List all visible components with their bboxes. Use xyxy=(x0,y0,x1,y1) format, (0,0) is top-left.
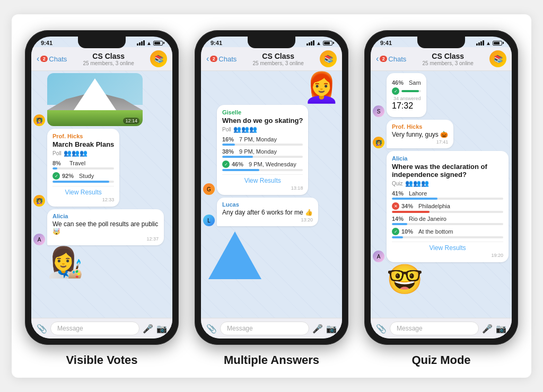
poll-option-9pm-wed[interactable]: ✓ 46% 9 PM, Wednesday xyxy=(222,161,303,171)
image-time: 12:14 xyxy=(123,118,139,124)
bubble-alicia: Alicia We can see the poll results are p… xyxy=(47,209,164,245)
image-bubble: 12:14 xyxy=(47,73,143,126)
screen-content-1: 9:41 ▲ xyxy=(31,37,172,338)
view-results-1[interactable]: View Results xyxy=(52,186,114,196)
phone-visible-votes: 9:41 ▲ xyxy=(25,30,179,345)
phone-screen-2: 9:41 ▲ xyxy=(201,37,342,338)
poll-option-7pm[interactable]: 16% 7 PM, Monday xyxy=(222,136,303,146)
x-icon-philly: ✕ xyxy=(392,202,399,210)
text-lucas: Any day after 6 works for me 👍 xyxy=(222,209,313,216)
phone-screen-3: 9:41 ▲ xyxy=(371,37,512,338)
quiz-inner: Alicia Where was the declaration of inde… xyxy=(392,155,503,258)
back-button-2[interactable]: ‹ 2 Chats xyxy=(206,54,237,64)
view-results-3[interactable]: View Results xyxy=(392,242,503,252)
audio-icon-1[interactable]: 🎤 xyxy=(143,324,153,334)
group-avatar-2[interactable]: 📚 xyxy=(320,50,337,67)
quiz-option-bottom-label: ✓ 10% At the bottom xyxy=(392,228,503,235)
quiz-option-philly[interactable]: ✕ 34% Philadelphia xyxy=(392,202,503,213)
check-icon-study: ✓ xyxy=(52,172,60,180)
input-bar-3: 📎 Message 🎤 📷 xyxy=(371,318,512,338)
poll-bar-9pm-wed-track xyxy=(222,169,303,171)
quiz-title: Where was the declaration of independenc… xyxy=(392,163,503,179)
poll-inner-2: Giselle When do we go skating? Poll 👥👥👥 xyxy=(222,109,303,191)
result-time: 17:32 xyxy=(392,101,421,111)
time-3: 9:41 xyxy=(380,40,392,46)
avatar-result: S xyxy=(373,105,384,117)
poll-bubble-1[interactable]: Prof. Hicks March Break Plans Poll 👥👥👥 xyxy=(47,129,119,207)
header-title-2: CS Class 25 members, 3 online xyxy=(240,52,317,66)
quiz-bubble[interactable]: Alicia Where was the declaration of inde… xyxy=(387,151,509,262)
poll-bar-7pm-fill xyxy=(222,144,235,146)
attachment-icon-1[interactable]: 📎 xyxy=(37,324,47,334)
view-results-2[interactable]: View Results xyxy=(222,174,303,184)
poll-result-bubble[interactable]: 46% Sam ✓ 34 answere xyxy=(387,73,426,117)
time-prof: 17:41 xyxy=(392,139,448,145)
back-label-3: Chats xyxy=(388,55,406,63)
group-subtitle-3: 25 members, 3 online xyxy=(409,60,486,66)
badge-2: 2 xyxy=(210,56,217,62)
poll-option-travel[interactable]: 8% Travel xyxy=(52,160,114,170)
camera-icon-1[interactable]: 📷 xyxy=(156,324,167,334)
notch-2 xyxy=(248,37,295,48)
msg-row-girl-sticker: 👩‍🦰 xyxy=(203,73,340,102)
wifi-icon-3: ▲ xyxy=(486,40,491,46)
quiz-text-philly: Philadelphia xyxy=(418,203,450,209)
attachment-icon-2[interactable]: 📎 xyxy=(206,324,217,334)
poll-pct-9pm-mon: 38% xyxy=(222,148,237,155)
msg-row-quiz: A Alicia Where was the declaration of in… xyxy=(373,151,510,262)
poll-bar-9pm-mon-track xyxy=(222,156,303,158)
avatar-lucas: L xyxy=(203,215,215,226)
back-button-3[interactable]: ‹ 2 Chats xyxy=(376,54,406,64)
msg-row-image: 👩‍🏫 12:14 xyxy=(33,73,170,126)
group-avatar-1[interactable]: 📚 xyxy=(150,50,167,67)
poll-text-study: Study xyxy=(79,173,94,179)
input-bar-1: 📎 Message 🎤 📷 xyxy=(31,318,172,338)
screen-content-3: 9:41 ▲ xyxy=(371,37,512,338)
poll-option-7pm-label: 16% 7 PM, Monday xyxy=(222,136,303,142)
notch-1 xyxy=(78,37,126,48)
bubble-prof: Prof. Hicks Very funny, guys 🎃 17:41 xyxy=(387,120,453,148)
poll-time-2: 13:18 xyxy=(222,185,303,191)
poll-text-sam: Sam xyxy=(409,79,421,86)
quiz-bar-philly-fill xyxy=(392,211,430,213)
emoji-sticker-3: 🤓 xyxy=(373,265,423,294)
quiz-option-bottom[interactable]: ✓ 10% At the bottom xyxy=(392,228,503,238)
sender-prof: Prof. Hicks xyxy=(392,123,448,130)
status-icons-1: ▲ xyxy=(137,40,163,46)
poll-pct-study: 92% xyxy=(62,173,77,179)
poll-bar-study-fill xyxy=(52,181,109,183)
group-avatar-3[interactable]: 📚 xyxy=(489,50,506,67)
quiz-option-lahore[interactable]: 41% Lahore xyxy=(392,190,503,200)
poll-text-7pm: 7 PM, Monday xyxy=(239,136,277,142)
quiz-bar-bottom-fill xyxy=(392,236,403,238)
screen-content-2: 9:41 ▲ xyxy=(201,37,342,338)
poll-option-study[interactable]: ✓ 92% Study xyxy=(52,172,114,183)
quiz-bar-rio-track xyxy=(392,223,503,225)
message-input-1[interactable]: Message xyxy=(50,322,139,335)
sticker-1: 👩‍🎨 xyxy=(33,248,84,277)
mountain-image: 12:14 xyxy=(47,73,143,126)
attachment-icon-3[interactable]: 📎 xyxy=(376,324,387,334)
poll-option-9pm-mon[interactable]: 38% 9 PM, Monday xyxy=(222,148,303,158)
message-input-2[interactable]: Message xyxy=(220,322,309,335)
poll-result-label: 46% Sam xyxy=(392,79,421,86)
camera-icon-3[interactable]: 📷 xyxy=(496,324,506,334)
poll-text-travel: Travel xyxy=(69,160,85,166)
quiz-option-rio-label: 14% Rio de Janeiro xyxy=(392,216,503,222)
label-quiz-mode: Quiz Mode xyxy=(411,353,470,367)
poll-bubble-2[interactable]: Giselle When do we go skating? Poll 👥👥👥 xyxy=(217,105,308,195)
poll-subtitle-2: Poll 👥👥👥 xyxy=(222,126,303,133)
avatar-alicia2: A xyxy=(373,251,384,262)
audio-icon-2[interactable]: 🎤 xyxy=(312,324,323,334)
message-input-3[interactable]: Message xyxy=(390,322,479,335)
back-button-1[interactable]: ‹ 2 Chats xyxy=(37,54,67,64)
main-container: 9:41 ▲ xyxy=(12,14,531,378)
msg-row-result: S 46% Sam ✓ xyxy=(373,73,510,117)
poll-bar-9pm-wed-fill xyxy=(222,169,259,171)
poll-bar-7pm-track xyxy=(222,144,303,146)
avatar-prof: 👩‍🏫 xyxy=(33,114,45,126)
audio-icon-3[interactable]: 🎤 xyxy=(482,324,493,334)
camera-icon-2[interactable]: 📷 xyxy=(326,324,337,334)
check-icon-sam: ✓ xyxy=(392,87,399,95)
quiz-option-rio[interactable]: 14% Rio de Janeiro xyxy=(392,216,503,225)
